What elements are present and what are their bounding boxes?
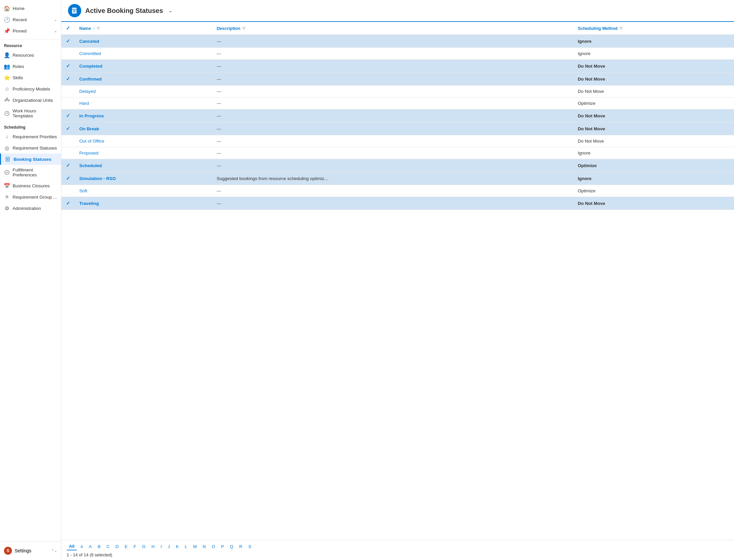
table-row[interactable]: Out of Office --- Do Not Move	[61, 135, 734, 147]
sidebar-item-roles-label: Roles	[13, 64, 24, 69]
sidebar-item-organizational-units[interactable]: Organizational Units	[0, 94, 61, 106]
table-row[interactable]: Soft --- Optimize	[61, 185, 734, 197]
scheduling-method-column-header[interactable]: Scheduling Method ▽	[573, 22, 734, 35]
svg-rect-2	[6, 98, 8, 99]
sidebar-item-skills[interactable]: ⭐ Skills	[0, 72, 61, 83]
sidebar-item-requirement-group[interactable]: ≡ Requirement Group ...	[0, 191, 61, 203]
sidebar-item-requirement-statuses[interactable]: ◎ Requirement Statuses	[0, 142, 61, 154]
sidebar-item-resources[interactable]: 👤 Resources	[0, 49, 61, 61]
select-all-header[interactable]: ✓	[61, 22, 75, 35]
name-column-header[interactable]: Name ↑ ▽	[75, 22, 212, 35]
name-sort-icon[interactable]: ↑	[93, 26, 95, 30]
alpha-nav-item[interactable]: F	[131, 543, 139, 550]
table-row[interactable]: Hard --- Optimize	[61, 97, 734, 109]
name-filter-icon[interactable]: ▽	[97, 26, 99, 31]
alpha-nav-item[interactable]: L	[182, 543, 189, 550]
sidebar-item-roles[interactable]: 👥 Roles	[0, 61, 61, 72]
desc-filter-icon[interactable]: ▽	[242, 26, 245, 31]
alpha-nav-item[interactable]: Q	[227, 543, 235, 550]
row-scheduling-method-cell: Optimize	[573, 159, 734, 172]
sidebar-item-administration[interactable]: ⚙ Administration	[0, 203, 61, 214]
row-checkbox[interactable]: ✓	[61, 159, 75, 172]
table-row[interactable]: Delayed --- Do Not Move	[61, 86, 734, 97]
table-row[interactable]: ✓ Traveling --- Do Not Move	[61, 197, 734, 210]
row-name-cell[interactable]: Soft	[75, 185, 212, 197]
row-name-cell[interactable]: Proposed	[75, 147, 212, 159]
alpha-nav-item[interactable]: E	[122, 543, 130, 550]
row-name-cell[interactable]: Traveling	[75, 197, 212, 210]
row-description-cell: ---	[212, 73, 573, 86]
row-name-cell[interactable]: Out of Office	[75, 135, 212, 147]
table-body: ✓ Canceled --- Ignore Committed --- Igno…	[61, 35, 734, 210]
alpha-nav-item[interactable]: S	[246, 543, 254, 550]
row-name-cell[interactable]: Canceled	[75, 35, 212, 48]
alpha-nav-item[interactable]: J	[165, 543, 172, 550]
description-column-header[interactable]: Description ▽	[212, 22, 573, 35]
main-content: Active Booking Statuses ⌄ ✓ Name ↑ ▽	[61, 0, 734, 560]
row-checkbox[interactable]	[61, 185, 75, 197]
alpha-nav-item[interactable]: H	[149, 543, 157, 550]
row-checkbox[interactable]: ✓	[61, 122, 75, 135]
row-name-cell[interactable]: Delayed	[75, 86, 212, 97]
alpha-nav-item[interactable]: K	[173, 543, 181, 550]
row-name-cell[interactable]: Hard	[75, 97, 212, 109]
table-row[interactable]: ✓ In Progress --- Do Not Move	[61, 109, 734, 122]
alpha-nav-item[interactable]: G	[140, 543, 148, 550]
sidebar-item-recent[interactable]: 🕐 Recent ⌄	[0, 14, 61, 25]
alpha-nav-item[interactable]: B	[95, 543, 103, 550]
row-checkbox[interactable]: ✓	[61, 172, 75, 185]
alpha-nav-item[interactable]: P	[219, 543, 226, 550]
row-name-cell[interactable]: Completed	[75, 60, 212, 73]
row-name-cell[interactable]: Scheduled	[75, 159, 212, 172]
alpha-nav-item[interactable]: N	[200, 543, 208, 550]
alpha-nav-item[interactable]: A	[87, 543, 94, 550]
sidebar-item-pinned[interactable]: 📌 Pinned ⌄	[0, 25, 61, 36]
alpha-nav-item[interactable]: C	[104, 543, 112, 550]
row-checkbox[interactable]	[61, 86, 75, 97]
table-row[interactable]: ✓ Simulation - RSO Suggested bookings fr…	[61, 172, 734, 185]
alpha-nav-item[interactable]: O	[209, 543, 217, 550]
row-checkbox[interactable]: ✓	[61, 60, 75, 73]
alpha-nav-item[interactable]: #	[78, 543, 85, 550]
sidebar-item-requirement-priorities[interactable]: ↓ Requirement Priorities	[0, 131, 61, 142]
table-row[interactable]: ✓ Confirmed --- Do Not Move	[61, 73, 734, 86]
alpha-nav-item[interactable]: All	[67, 543, 77, 550]
header-dropdown-chevron[interactable]: ⌄	[168, 8, 172, 13]
sidebar-item-booking-statuses[interactable]: Booking Statuses	[0, 154, 61, 165]
table-row[interactable]: ✓ Completed --- Do Not Move	[61, 60, 734, 73]
table-row[interactable]: Committed --- Ignore	[61, 48, 734, 60]
sidebar-item-work-hours-templates[interactable]: Work Hours Templates	[0, 106, 61, 121]
scheduling-filter-icon[interactable]: ▽	[620, 26, 622, 31]
table-row[interactable]: ✓ On Break --- Do Not Move	[61, 122, 734, 135]
alpha-nav-item[interactable]: M	[191, 543, 199, 550]
select-all-checkbox[interactable]: ✓	[66, 25, 70, 31]
sidebar-item-home[interactable]: 🏠 Home	[0, 3, 61, 14]
table-row[interactable]: ✓ Canceled --- Ignore	[61, 35, 734, 48]
sidebar-settings-item[interactable]: S Settings ⌃⌄	[0, 544, 61, 557]
alpha-nav-item[interactable]: R	[237, 543, 244, 550]
row-checkbox[interactable]	[61, 97, 75, 109]
row-checkbox[interactable]: ✓	[61, 197, 75, 210]
sidebar-item-business-closures[interactable]: 📅 Business Closures	[0, 180, 61, 191]
priority-icon: ↓	[4, 134, 10, 140]
row-name-cell[interactable]: Committed	[75, 48, 212, 60]
sidebar-item-fulfillment-label: Fulfillment Preferences	[13, 167, 57, 177]
sidebar-item-proficiency-models[interactable]: ☆ Proficiency Models	[0, 83, 61, 94]
row-name-cell[interactable]: On Break	[75, 122, 212, 135]
row-name-cell[interactable]: Simulation - RSO	[75, 172, 212, 185]
alpha-nav-item[interactable]: I	[158, 543, 164, 550]
row-checkbox[interactable]: ✓	[61, 109, 75, 122]
row-checkbox[interactable]: ✓	[61, 73, 75, 86]
row-checkbox[interactable]	[61, 48, 75, 60]
table-row[interactable]: Proposed --- Ignore	[61, 147, 734, 159]
row-name-cell[interactable]: In Progress	[75, 109, 212, 122]
alpha-nav-item[interactable]: D	[113, 543, 121, 550]
row-checkbox[interactable]	[61, 135, 75, 147]
table-row[interactable]: ✓ Scheduled --- Optimize	[61, 159, 734, 172]
row-scheduling-method-cell: Ignore	[573, 35, 734, 48]
sidebar-item-fulfillment-preferences[interactable]: Fulfillment Preferences	[0, 165, 61, 180]
row-name-cell[interactable]: Confirmed	[75, 73, 212, 86]
checkmark-icon: ✓	[66, 162, 70, 168]
row-checkbox[interactable]: ✓	[61, 35, 75, 48]
row-checkbox[interactable]	[61, 147, 75, 159]
